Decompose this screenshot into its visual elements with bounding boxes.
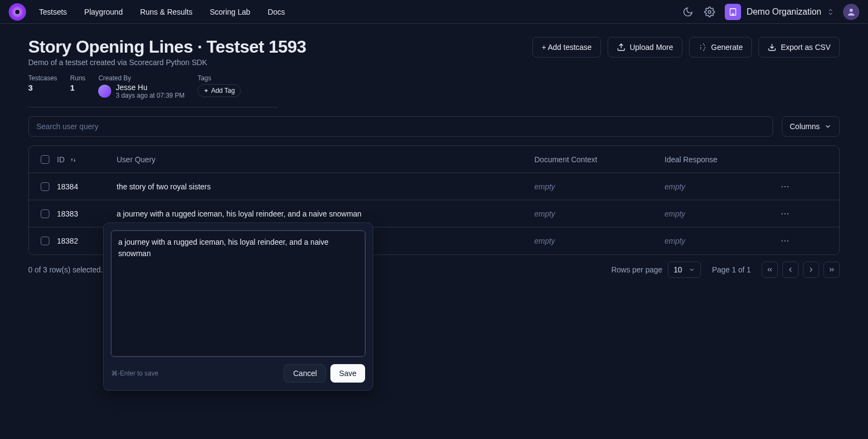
svg-point-17 (784, 240, 786, 241)
rows-per-page-select[interactable]: 10 (668, 262, 701, 278)
meta-runs: Runs 1 (70, 74, 85, 99)
cell-ideal-response[interactable]: empty (665, 209, 773, 218)
page-info: Page 1 of 1 (712, 265, 751, 274)
upload-icon (617, 43, 626, 52)
more-icon (780, 209, 790, 219)
sort-icon (70, 157, 76, 163)
meta-tags: Tags Add Tag (197, 74, 241, 99)
sparkle-icon (698, 43, 707, 52)
nav-runs-results[interactable]: Runs & Results (140, 8, 192, 16)
chevron-updown-icon (827, 8, 834, 16)
svg-point-7 (850, 9, 853, 12)
nav-docs[interactable]: Docs (267, 8, 285, 16)
creator-time: 3 days ago at 07:39 PM (116, 92, 184, 99)
edit-textarea[interactable] (111, 231, 365, 357)
nav-scoring-lab[interactable]: Scoring Lab (210, 8, 251, 16)
edit-cell-popover: ⌘-Enter to save Cancel Save (103, 222, 373, 391)
meta-created-by: Created By Jesse Hu 3 days ago at 07:39 … (98, 74, 184, 99)
meta-testcases: Testcases 3 (28, 74, 57, 99)
add-tag-button[interactable]: Add Tag (197, 84, 241, 97)
row-checkbox[interactable] (41, 182, 49, 191)
cell-user-query[interactable]: a journey with a rugged iceman, his loya… (117, 209, 534, 218)
main-nav: Testsets Playground Runs & Results Scori… (39, 8, 285, 16)
settings-button[interactable] (703, 5, 716, 18)
more-icon (780, 236, 790, 246)
creator-name: Jesse Hu (116, 83, 184, 92)
row-checkbox[interactable] (41, 237, 49, 245)
chevrons-left-icon (766, 266, 774, 273)
table-row[interactable]: 18384 the story of two royal sisters emp… (29, 173, 839, 200)
svg-point-11 (784, 186, 786, 187)
chevron-down-icon (688, 266, 695, 273)
building-icon (729, 8, 737, 16)
cancel-button[interactable]: Cancel (284, 364, 326, 383)
page-next[interactable] (803, 262, 819, 278)
cell-id: 18384 (57, 182, 117, 191)
page-title: Story Opening Lines · Testset 1593 (28, 37, 306, 57)
header-doc-context: Document Context (534, 155, 665, 164)
rows-per-page-label: Rows per page (611, 265, 662, 274)
svg-point-12 (787, 186, 788, 187)
save-button[interactable]: Save (330, 364, 365, 383)
cell-doc-context[interactable]: empty (534, 209, 665, 218)
cell-doc-context[interactable]: empty (534, 237, 665, 245)
page-prev[interactable] (782, 262, 799, 278)
nav-testsets[interactable]: Testsets (39, 8, 67, 16)
page-first[interactable] (762, 262, 778, 278)
svg-rect-1 (730, 9, 736, 15)
header-user-query: User Query (117, 155, 534, 164)
upload-more-button[interactable]: Upload More (608, 37, 682, 58)
cell-id: 18383 (57, 209, 117, 218)
org-name: Demo Organization (746, 7, 821, 17)
header-ideal-response: Ideal Response (665, 155, 773, 164)
org-switcher[interactable]: Demo Organization (725, 4, 834, 20)
select-all-checkbox[interactable] (41, 155, 49, 164)
theme-toggle[interactable] (681, 5, 694, 18)
user-avatar[interactable] (843, 4, 859, 20)
page-subtitle: Demo of a testset created via Scorecard … (28, 58, 306, 67)
save-hint: ⌘-Enter to save (111, 370, 158, 377)
creator-avatar (98, 85, 111, 98)
svg-point-16 (782, 240, 783, 241)
header-id[interactable]: ID (57, 155, 117, 164)
more-icon (780, 182, 790, 192)
row-checkbox[interactable] (41, 209, 49, 218)
svg-point-15 (787, 213, 788, 214)
moon-icon (682, 7, 693, 17)
svg-rect-6 (732, 14, 734, 15)
selection-count: 0 of 3 row(s) selected. (28, 265, 103, 274)
page-last[interactable] (824, 262, 840, 278)
row-actions[interactable] (773, 236, 797, 246)
row-actions[interactable] (773, 182, 797, 192)
export-csv-button[interactable]: Export as CSV (758, 37, 840, 58)
svg-point-13 (782, 213, 783, 214)
app-logo[interactable] (9, 3, 26, 21)
svg-point-18 (787, 240, 788, 241)
user-icon (846, 7, 856, 17)
search-input[interactable] (28, 116, 773, 137)
svg-point-10 (782, 186, 783, 187)
download-icon (768, 43, 776, 52)
chevrons-right-icon (828, 266, 835, 273)
svg-point-0 (709, 10, 711, 13)
org-badge-icon (725, 4, 741, 20)
cell-doc-context[interactable]: empty (534, 182, 665, 191)
cell-ideal-response[interactable]: empty (665, 182, 773, 191)
row-actions[interactable] (773, 209, 797, 219)
chevron-right-icon (807, 266, 815, 273)
table-header-row: ID User Query Document Context Ideal Res… (29, 146, 839, 173)
nav-playground[interactable]: Playground (84, 8, 123, 16)
chevron-down-icon (824, 123, 832, 130)
topbar: Testsets Playground Runs & Results Scori… (0, 0, 868, 24)
gear-icon (704, 7, 715, 17)
columns-button[interactable]: Columns (782, 116, 840, 137)
generate-button[interactable]: Generate (689, 37, 752, 58)
plus-icon (203, 88, 209, 93)
cell-ideal-response[interactable]: empty (665, 237, 773, 245)
chevron-left-icon (787, 266, 794, 273)
add-testcase-button[interactable]: + Add testcase (532, 37, 601, 58)
cell-user-query[interactable]: the story of two royal sisters (117, 182, 534, 191)
svg-point-14 (784, 213, 786, 214)
